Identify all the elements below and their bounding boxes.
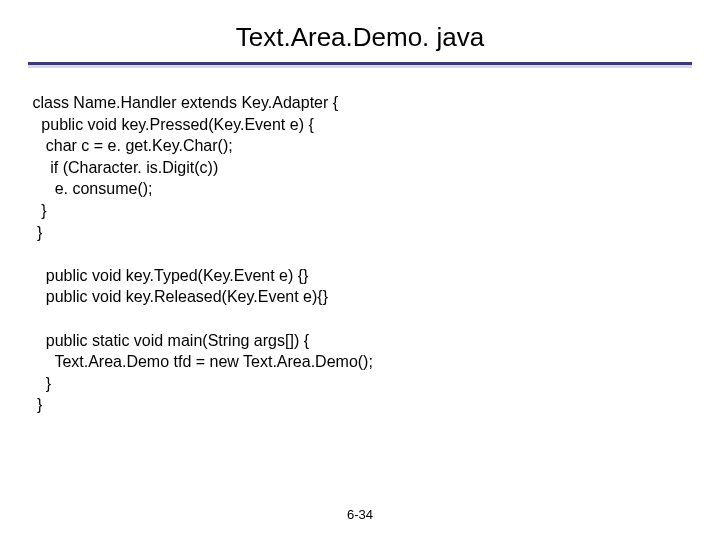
code-block: class Name.Handler extends Key.Adapter {… (28, 92, 692, 416)
page-number: 6-34 (0, 507, 720, 522)
slide: Text.Area.Demo. java class Name.Handler … (0, 0, 720, 540)
title-rule (28, 62, 692, 65)
page-title: Text.Area.Demo. java (0, 22, 720, 53)
